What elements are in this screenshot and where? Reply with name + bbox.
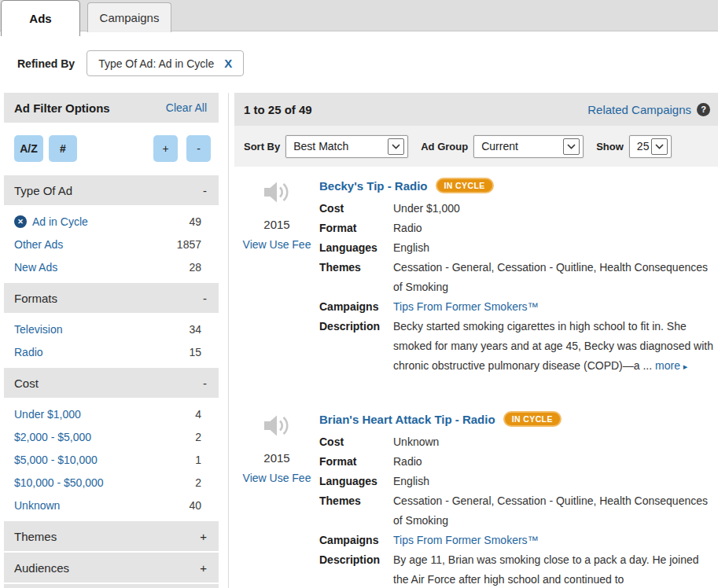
filter-item-count: 1857 bbox=[177, 238, 201, 251]
section-header-audiences[interactable]: Audiences + bbox=[4, 553, 219, 582]
field-row-format: Format Radio bbox=[319, 219, 713, 238]
results-list: 2015 View Use Fee Becky's Tip - Radio IN… bbox=[234, 167, 718, 588]
audio-speaker-icon[interactable] bbox=[263, 413, 292, 438]
view-use-fee-link[interactable]: View Use Fee bbox=[243, 472, 311, 484]
filter-item-ad-in-cycle[interactable]: ✕ Ad in Cycle 49 bbox=[4, 210, 219, 233]
in-cycle-badge: IN CYCLE bbox=[436, 178, 494, 193]
remove-filter-icon[interactable]: ✕ bbox=[14, 215, 27, 228]
filter-item-10000-50000[interactable]: $10,000 - $50,000 2 bbox=[4, 471, 219, 494]
filter-item-label[interactable]: Other Ads bbox=[14, 238, 63, 251]
show-select[interactable]: 25 bbox=[629, 135, 672, 158]
filter-sidebar: Ad Filter Options Clear All A/Z # + - Ty… bbox=[4, 93, 219, 588]
related-campaigns-link[interactable]: Related Campaigns bbox=[587, 103, 691, 116]
refined-by-label: Refined By bbox=[17, 57, 75, 70]
sort-alpha-button[interactable]: A/Z bbox=[14, 135, 43, 162]
tab-ads[interactable]: Ads bbox=[1, 0, 80, 36]
filter-item-count: 2 bbox=[195, 476, 201, 489]
field-label: Description bbox=[319, 317, 393, 377]
filter-item-unknown[interactable]: Unknown 40 bbox=[4, 494, 219, 516]
filter-item-label[interactable]: $10,000 - $50,000 bbox=[14, 476, 104, 489]
collapse-all-button[interactable]: - bbox=[186, 135, 211, 162]
sidebar-header: Ad Filter Options Clear All bbox=[4, 93, 219, 123]
filter-item-2000-5000[interactable]: $2,000 - $5,000 2 bbox=[4, 425, 219, 448]
section-items-type-of-ad: ✕ Ad in Cycle 49 Other Ads 1857 New Ads … bbox=[4, 207, 219, 281]
field-value: Radio bbox=[393, 452, 713, 472]
help-icon[interactable]: ? bbox=[697, 103, 710, 116]
section-title: Type Of Ad bbox=[14, 184, 72, 197]
results-header-right: Related Campaigns ? bbox=[587, 103, 710, 116]
section-toggle[interactable]: - bbox=[203, 377, 207, 390]
section-header-formats[interactable]: Formats - bbox=[4, 283, 219, 313]
filter-item-label[interactable]: Television bbox=[14, 323, 62, 336]
tab-ads-label: Ads bbox=[29, 12, 51, 25]
field-value: English bbox=[393, 238, 713, 258]
field-row-cost: Cost Unknown bbox=[319, 432, 713, 452]
section-header-themes[interactable]: Themes + bbox=[4, 521, 219, 551]
results-panel: 1 to 25 of 49 Related Campaigns ? Sort B… bbox=[234, 93, 718, 588]
chevron-down-icon bbox=[651, 138, 668, 155]
result-item-becky: 2015 View Use Fee Becky's Tip - Radio IN… bbox=[234, 178, 718, 377]
refinement-chip-text: Type Of Ad: Ad in Cycle bbox=[98, 57, 214, 70]
field-row-themes: Themes Cessation - General, Cessation - … bbox=[319, 491, 713, 531]
field-row-description: Description By age 11, Brian was smoking… bbox=[319, 550, 713, 588]
filter-item-label[interactable]: Ad in Cycle bbox=[32, 215, 88, 228]
sort-by-select[interactable]: Best Match bbox=[285, 135, 408, 158]
clear-all-link[interactable]: Clear All bbox=[166, 101, 207, 114]
chevron-down-icon bbox=[388, 138, 404, 155]
section-toggle[interactable]: - bbox=[203, 292, 207, 305]
filter-item-radio[interactable]: Radio 15 bbox=[4, 340, 219, 363]
sort-numeric-button[interactable]: # bbox=[49, 135, 77, 162]
field-row-themes: Themes Cessation - General, Cessation - … bbox=[319, 258, 713, 297]
filter-item-under-1000[interactable]: Under $1,000 4 bbox=[4, 402, 219, 425]
filter-item-label[interactable]: Under $1,000 bbox=[14, 408, 81, 421]
filter-item-5000-10000[interactable]: $5,000 - $10,000 1 bbox=[4, 448, 219, 471]
result-item-brian: 2015 View Use Fee Brian's Heart Attack T… bbox=[234, 411, 718, 588]
result-title-link[interactable]: Becky's Tip - Radio bbox=[319, 179, 428, 193]
section-toggle[interactable]: - bbox=[203, 184, 207, 197]
filter-item-count: 49 bbox=[189, 215, 201, 228]
section-title: Cost bbox=[14, 377, 39, 390]
result-count: 1 to 25 of 49 bbox=[244, 103, 312, 116]
filter-item-other-ads[interactable]: Other Ads 1857 bbox=[4, 233, 219, 255]
filter-item-count: 15 bbox=[189, 346, 201, 358]
tab-campaigns[interactable]: Campaigns bbox=[87, 2, 171, 32]
section-header-cost[interactable]: Cost - bbox=[4, 368, 219, 398]
filter-item-new-ads[interactable]: New Ads 28 bbox=[4, 255, 219, 278]
result-media-column: 2015 View Use Fee bbox=[234, 178, 319, 377]
section-header-type-of-ad[interactable]: Type Of Ad - bbox=[4, 175, 219, 205]
filter-item-label[interactable]: Radio bbox=[14, 346, 43, 358]
field-value: Under $1,000 bbox=[393, 199, 713, 219]
field-label: Format bbox=[319, 219, 393, 238]
field-label: Languages bbox=[319, 472, 393, 491]
results-controls: Sort By Best Match Ad Group Current Show… bbox=[234, 126, 718, 167]
field-row-languages: Languages English bbox=[319, 472, 713, 491]
ad-group-select[interactable]: Current bbox=[473, 135, 584, 158]
section-toggle[interactable]: + bbox=[200, 561, 207, 575]
field-value: Unknown bbox=[393, 432, 713, 452]
field-row-description: Description Becky started smoking cigare… bbox=[319, 317, 713, 377]
sidebar-divider bbox=[228, 93, 229, 588]
view-use-fee-link[interactable]: View Use Fee bbox=[243, 238, 311, 251]
filter-item-count: 40 bbox=[189, 499, 201, 512]
sort-by-label: Sort By bbox=[244, 141, 280, 153]
filter-item-label[interactable]: Unknown bbox=[14, 499, 60, 512]
refined-by-row: Refined By Type Of Ad: Ad in Cycle X bbox=[17, 50, 244, 76]
filter-item-count: 2 bbox=[195, 431, 201, 443]
filter-item-label[interactable]: $5,000 - $10,000 bbox=[14, 454, 98, 466]
filter-item-label[interactable]: New Ads bbox=[14, 261, 57, 274]
filter-item-television[interactable]: Television 34 bbox=[4, 318, 219, 340]
ad-group-value: Current bbox=[481, 140, 563, 153]
remove-refinement-icon[interactable]: X bbox=[224, 57, 232, 70]
section-toggle[interactable]: + bbox=[200, 530, 207, 543]
campaign-link[interactable]: Tips From Former Smokers™ bbox=[393, 300, 539, 313]
show-label: Show bbox=[596, 141, 624, 153]
filter-item-label[interactable]: $2,000 - $5,000 bbox=[14, 431, 91, 443]
description-text: Becky started smoking cigarettes in high… bbox=[393, 317, 713, 377]
sort-by-value: Best Match bbox=[293, 140, 388, 153]
campaign-link[interactable]: Tips From Former Smokers™ bbox=[393, 534, 539, 546]
result-title-link[interactable]: Brian's Heart Attack Tip - Radio bbox=[319, 413, 495, 426]
sidebar-toolbar: A/Z # + - bbox=[4, 124, 219, 174]
more-link[interactable]: more ▸ bbox=[655, 359, 687, 372]
audio-speaker-icon[interactable] bbox=[263, 180, 292, 204]
expand-all-button[interactable]: + bbox=[153, 135, 178, 162]
